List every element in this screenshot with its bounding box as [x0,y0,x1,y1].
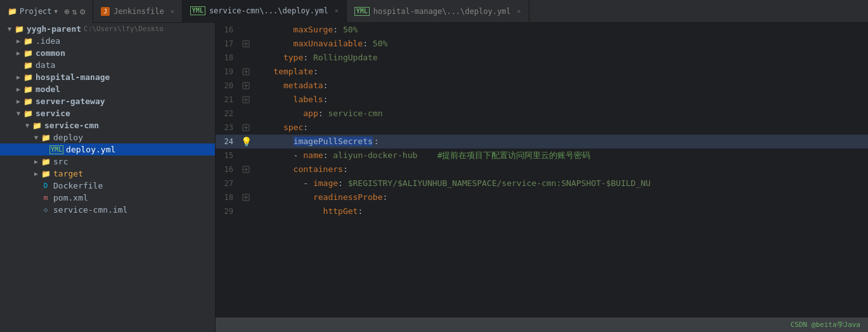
code-line-16: 16 maxSurge: 50% [216,23,868,37]
project-arrow-icon: ▼ [55,8,58,15]
gutter-28 [238,192,254,203]
editor-area[interactable]: 16 maxSurge: 50% 17 maxUnavailable: 50% … [216,23,868,332]
tab-jenkinsfile-label: Jenkinsfile [113,7,164,16]
gutter-17 [238,39,254,49]
folder-icon-root: 📁 [14,25,24,34]
tree-label-target: target [53,169,83,178]
gutter-21 [238,95,254,105]
tab-bar: 📁 Project ▼ ⊕ ⇅ ⚙ J Jenkinsfile ✕ YML se… [0,0,868,23]
fold-icon-26[interactable] [241,164,251,175]
line-num-25: 15 [216,151,238,160]
fold-icon-19[interactable] [241,67,251,77]
tree-arrow-server-gateway [14,98,23,105]
project-folder-icon: 📁 [8,7,17,16]
pom-file-icon: m [41,194,51,203]
tree-item-deploy[interactable]: 📁 deploy [0,131,215,143]
line-num-20: 20 [216,81,238,90]
project-panel-label: Project [20,7,52,16]
tree-item-root[interactable]: 📁 yygh-parent C:\Users\lfy\Deskto [0,23,215,35]
header-equalizer-icon[interactable]: ⇅ [72,6,77,17]
bottom-bar: CSDN @beita学Java [216,317,868,332]
tree-arrow-root [5,25,14,32]
line-num-16: 16 [216,25,238,34]
tree-item-hospital-manage[interactable]: 📁 hospital-manage [0,71,215,83]
tree-label-data: data [36,60,55,70]
folder-icon-service-cmn: 📁 [32,121,42,130]
tab-service-cmn-deploy[interactable]: YML service-cmn\...\deploy.yml ✕ [183,0,347,23]
tab-jenkinsfile[interactable]: J Jenkinsfile ✕ [93,0,183,23]
header-add-icon[interactable]: ⊕ [64,6,69,17]
iml-file-icon: ◇ [41,206,51,215]
code-line-18: 18 type: RollingUpdate [216,51,868,65]
folder-icon-model: 📁 [23,85,33,94]
yml-icon-service-cmn: YML [190,6,205,15]
code-text-24: imagePullSecrets: [254,135,868,149]
tree-label-model: model [36,84,60,94]
code-line-28: 18 readinessProbe: [216,190,868,204]
tree-label-dockerfile: Dockerfile [53,181,103,190]
folder-icon-data: 📁 [23,61,33,70]
code-text-25: - name: aliyun-docker-hub #提前在项目下配置访问阿里云… [254,149,868,163]
sidebar: 📁 yygh-parent C:\Users\lfy\Deskto 📁 .ide… [0,23,216,332]
tree-item-deploy-yml[interactable]: YML deploy.yml [0,143,215,156]
folder-icon-hospital-manage: 📁 [23,73,33,82]
code-line-22: 22 app: service-cmn [216,107,868,121]
tree-label-service-cmn-iml: service-cmn.iml [53,205,127,215]
tree-item-pom-xml[interactable]: m pom.xml [0,192,215,204]
editor-content: 16 maxSurge: 50% 17 maxUnavailable: 50% … [216,23,868,317]
code-line-17: 17 maxUnavailable: 50% [216,37,868,51]
fold-icon-17[interactable] [241,39,251,49]
tree-item-service-cmn[interactable]: 📁 service-cmn [0,119,215,131]
tab-service-cmn-deploy-close[interactable]: ✕ [335,7,339,14]
yml-icon-hospital-manage: YML [354,7,370,16]
tab-hospital-manage-deploy[interactable]: YML hospital-manage\...\deploy.yml ✕ [347,0,529,23]
tree-item-server-gateway[interactable]: 📁 server-gateway [0,95,215,107]
code-text-18: type: RollingUpdate [254,51,868,65]
folder-icon-idea: 📁 [23,37,33,46]
line-num-18: 18 [216,53,238,62]
tree-item-src[interactable]: 📁 src [0,156,215,168]
tree-item-dockerfile[interactable]: D Dockerfile [0,180,215,192]
code-text-20: metadata: [254,79,868,93]
code-text-26: containers: [254,163,868,176]
code-line-21: 21 labels: [216,93,868,107]
code-text-16: maxSurge: 50% [254,23,868,37]
tree-item-service[interactable]: 📁 service [0,107,215,119]
line-num-23: 23 [216,123,238,132]
fold-icon-20[interactable] [241,81,251,91]
tree-item-service-cmn-iml[interactable]: ◇ service-cmn.iml [0,204,215,216]
tab-jenkinsfile-close[interactable]: ✕ [171,8,174,15]
tab-hospital-manage-deploy-close[interactable]: ✕ [517,8,521,15]
tree-label-hospital-manage: hospital-manage [36,72,110,82]
fold-icon-23[interactable] [241,123,251,133]
line-num-27: 27 [216,179,238,188]
tree-label-pom-xml: pom.xml [53,193,88,203]
folder-icon-service: 📁 [23,109,33,118]
line-num-26: 16 [216,165,238,174]
tree-label-service-cmn: service-cmn [44,121,99,130]
code-text-21: labels: [254,93,868,107]
project-panel-header[interactable]: 📁 Project ▼ ⊕ ⇅ ⚙ [0,0,93,23]
code-text-29: httpGet: [254,204,868,218]
tree-arrow-deploy [32,134,41,141]
code-text-22: app: service-cmn [254,107,868,121]
tree-arrow-service-cmn [23,122,32,129]
tree-item-idea[interactable]: 📁 .idea [0,35,215,47]
tree-item-target[interactable]: 📁 target [0,168,215,180]
jenkinsfile-icon: J [101,7,110,16]
gutter-20 [238,81,254,91]
fold-icon-28[interactable] [241,192,251,203]
tab-hospital-manage-deploy-label: hospital-manage\...\deploy.yml [373,7,511,16]
tree-arrow-idea [14,37,23,44]
gutter-19 [238,67,254,77]
header-settings-icon[interactable]: ⚙ [80,6,85,17]
tree-item-model[interactable]: 📁 model [0,83,215,95]
tree-label-common: common [36,48,65,58]
tree-item-common[interactable]: 📁 common [0,47,215,59]
tab-service-cmn-deploy-label: service-cmn\...\deploy.yml [209,6,328,15]
code-text-27: - image: $REGISTRY/$ALIYUNHUB_NAMESPACE/… [254,176,868,190]
fold-icon-21[interactable] [241,95,251,105]
folder-icon-server-gateway: 📁 [23,97,33,106]
code-line-19: 19 template: [216,65,868,79]
tree-item-data[interactable]: 📁 data [0,59,215,71]
